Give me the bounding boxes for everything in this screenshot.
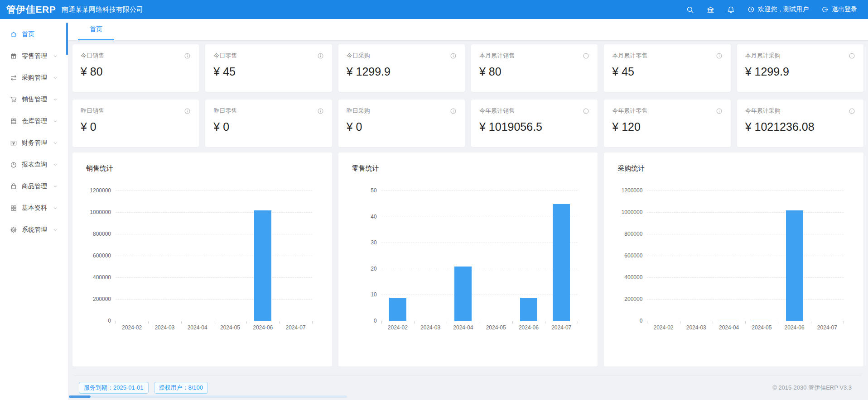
body-row: 首页 零售管理 采购管理 销售管理 仓库管理 财务管理 报表查询 商品管理 基本… — [0, 19, 868, 400]
sidebar-item-finance[interactable]: 财务管理 — [0, 132, 68, 154]
info-icon[interactable] — [716, 52, 723, 59]
stat-value: ¥ 0 — [347, 120, 457, 133]
sidebar-item-system[interactable]: 系统管理 — [0, 219, 68, 241]
bell-icon[interactable] — [727, 6, 735, 14]
gridline: 40 — [381, 217, 578, 217]
y-tick-label: 0 — [374, 318, 377, 324]
x-tick-label: 2024-04 — [181, 324, 214, 331]
stat-card: 今日采购 ¥ 1299.9 — [338, 44, 465, 92]
system-icon — [10, 226, 17, 233]
stat-card-header: 今日采购 — [347, 52, 457, 60]
info-icon[interactable] — [184, 108, 191, 114]
x-tick-label: 2024-07 — [279, 324, 312, 331]
x-tick-label: 2024-05 — [480, 324, 512, 331]
logout-button[interactable]: 退出登录 — [821, 5, 857, 14]
x-tick-label: 2024-06 — [246, 324, 279, 331]
stat-label: 今日销售 — [81, 52, 104, 60]
x-axis-tick — [279, 321, 280, 324]
x-tick-label: 2024-05 — [745, 324, 778, 331]
info-icon[interactable] — [849, 108, 855, 114]
info-icon[interactable] — [450, 108, 457, 114]
stat-label: 本月累计零售 — [612, 52, 647, 60]
stat-label: 今年累计零售 — [612, 107, 647, 115]
y-tick-label: 40 — [371, 214, 376, 220]
sidebar-item-purchase[interactable]: 采购管理 — [0, 67, 68, 89]
y-tick-label: 800000 — [93, 231, 111, 237]
chevron-down-icon — [53, 205, 58, 211]
x-axis-tick — [414, 321, 415, 324]
bank-icon[interactable] — [707, 6, 714, 14]
user-menu[interactable]: 欢迎您，测试用户 — [747, 5, 809, 14]
bar-2024-05 — [753, 321, 770, 321]
gridline: 200000 — [647, 299, 844, 300]
gridline: 600000 — [647, 256, 844, 256]
x-axis-tick — [148, 321, 149, 324]
info-icon[interactable] — [849, 52, 855, 59]
info-icon[interactable] — [716, 108, 723, 114]
info-icon[interactable] — [583, 52, 589, 59]
charts-row: 销售统计 02000004000006000008000001000000120… — [72, 152, 863, 367]
search-icon[interactable] — [686, 6, 694, 14]
purchase-icon — [10, 74, 17, 81]
stat-label: 昨日零售 — [213, 107, 237, 115]
sidebar-item-label: 仓库管理 — [22, 117, 47, 125]
info-icon[interactable] — [583, 108, 589, 114]
gridline: 400000 — [116, 277, 312, 278]
sidebar-item-label: 财务管理 — [22, 139, 47, 147]
info-icon[interactable] — [317, 108, 324, 114]
x-tick-label: 2024-02 — [381, 324, 414, 331]
sidebar-item-label: 商品管理 — [22, 182, 47, 190]
sidebar-item-sales[interactable]: 销售管理 — [0, 89, 68, 110]
gridline: 600000 — [116, 256, 312, 256]
stat-card-header: 今年累计销售 — [479, 107, 589, 115]
y-tick-label: 200000 — [624, 296, 642, 302]
horizontal-scrollbar[interactable] — [69, 395, 347, 398]
chart-title: 销售统计 — [72, 164, 332, 173]
x-axis-tick — [480, 321, 480, 324]
y-tick-label: 400000 — [624, 274, 642, 281]
sidebar-scrollbar[interactable] — [66, 23, 68, 55]
finance-icon — [10, 139, 17, 147]
top-header-bar: 管伊佳ERP 南通某某网络科技有限公司 欢迎您，测试用户 退出登录 — [0, 0, 868, 19]
chart-plot-area: 020000040000060000080000010000001200000 — [116, 191, 312, 321]
y-tick-label: 30 — [371, 240, 376, 246]
stat-card: 昨日零售 ¥ 0 — [205, 100, 332, 147]
welcome-text: 欢迎您，测试用户 — [758, 5, 809, 14]
sidebar-item-report[interactable]: 报表查询 — [0, 154, 68, 176]
licensed-users-badge: 授权用户：8/100 — [154, 382, 208, 394]
sidebar-item-label: 基本资料 — [22, 204, 47, 212]
retail-chart: 零售统计 01020304050 2024-022024-032024-0420… — [338, 152, 598, 367]
stat-card-header: 昨日零售 — [213, 107, 323, 115]
stat-label: 今日零售 — [213, 52, 237, 60]
stat-card-header: 本月累计采购 — [745, 52, 855, 60]
gridline: 800000 — [116, 234, 312, 234]
sidebar-item-label: 零售管理 — [22, 52, 47, 60]
app-logo: 管伊佳ERP — [0, 3, 62, 16]
bar-2024-06 — [786, 210, 803, 321]
bar-2024-06 — [520, 298, 537, 321]
sidebar-item-basic[interactable]: 基本资料 — [0, 197, 68, 219]
stat-value: ¥ 1019056.5 — [479, 120, 589, 133]
horizontal-scrollbar-thumb[interactable] — [69, 395, 91, 398]
tab-home[interactable]: 首页 — [78, 19, 114, 40]
gridline: 50 — [381, 190, 578, 191]
retail-icon — [10, 52, 17, 60]
bar-2024-04 — [454, 267, 472, 321]
stat-value: ¥ 1299.9 — [745, 65, 855, 78]
gridline: 400000 — [647, 277, 844, 278]
sidebar-item-warehouse[interactable]: 仓库管理 — [0, 110, 68, 132]
sidebar-item-goods[interactable]: 商品管理 — [0, 176, 68, 197]
sidebar-item-home[interactable]: 首页 — [0, 24, 68, 45]
stat-value: ¥ 45 — [612, 65, 722, 78]
info-icon[interactable] — [184, 52, 191, 59]
sidebar-item-retail[interactable]: 零售管理 — [0, 45, 68, 67]
stat-label: 昨日销售 — [81, 107, 104, 115]
chevron-down-icon — [53, 140, 58, 146]
x-tick-label: 2024-03 — [148, 324, 181, 331]
stat-card-header: 昨日销售 — [81, 107, 191, 115]
info-icon[interactable] — [450, 52, 457, 59]
stat-value: ¥ 0 — [213, 120, 323, 133]
x-axis-tick — [745, 321, 746, 324]
gridline: 800000 — [647, 234, 844, 234]
info-icon[interactable] — [317, 52, 324, 59]
